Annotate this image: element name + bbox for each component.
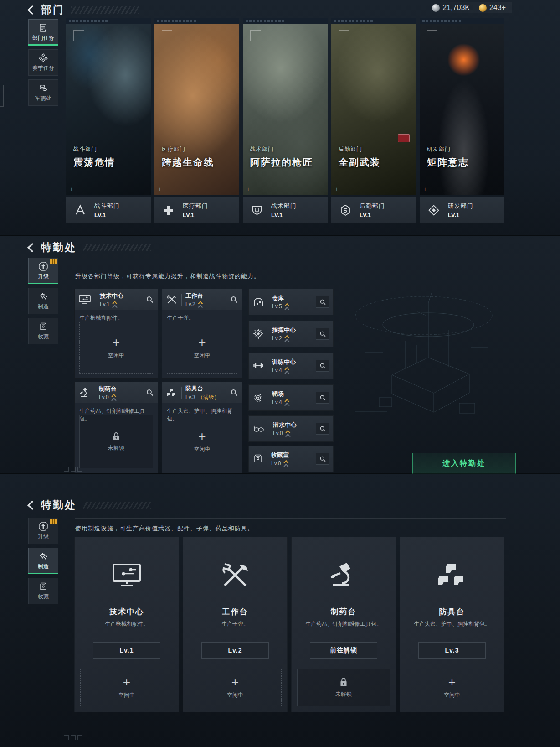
locked-slot[interactable]: 未解锁 bbox=[79, 415, 153, 468]
plus-icon: + bbox=[123, 676, 130, 689]
station-unlock-button[interactable]: 前往解锁 bbox=[310, 642, 377, 659]
slot-status: 空闲中 bbox=[444, 691, 460, 699]
sidebar-item-upgrade[interactable]: 升级 bbox=[28, 518, 58, 544]
production-slot[interactable]: + 空闲中 bbox=[80, 669, 173, 706]
gold-amount: 243+ bbox=[489, 4, 506, 12]
dept-card-tactical[interactable]: 战术部门 阿萨拉的枪匠 战术部门 LV.1 bbox=[243, 18, 328, 223]
sidebar-item-collection[interactable]: 收藏 bbox=[28, 318, 58, 344]
sidebar-item-label: 收藏 bbox=[38, 333, 49, 341]
dept-card-combat[interactable]: 战斗部门 震荡危情 战斗部门 LV.1 bbox=[66, 18, 151, 223]
command-center-icon bbox=[252, 328, 264, 339]
magnifier-icon[interactable] bbox=[230, 389, 238, 397]
background-fragment bbox=[0, 85, 4, 107]
facility-desc: 生产枪械和配件。 bbox=[75, 310, 158, 322]
facility-tile-tech-center[interactable]: 技术中心 Lv.1 生产枪械和配件。 + 空闲中 bbox=[74, 289, 158, 379]
building-row-collection-room[interactable]: 收藏室 Lv.0 bbox=[248, 446, 334, 472]
magnifier-button[interactable] bbox=[316, 453, 329, 465]
armor-bench-icon bbox=[166, 387, 178, 398]
craft-card-tech-center[interactable]: 技术中心 生产枪械和配件。 Lv.1 + 空闲中 bbox=[74, 537, 179, 712]
dept-level: LV.1 bbox=[271, 212, 297, 218]
production-slot[interactable]: + 空闲中 bbox=[167, 322, 237, 374]
craft-card-workbench[interactable]: 工作台 生产子弹。 Lv.2 + 空闲中 bbox=[183, 537, 288, 712]
magnifier-icon[interactable] bbox=[230, 296, 238, 304]
gear-icon bbox=[38, 551, 48, 561]
craft-card-pharmacy[interactable]: 制药台 生产药品、针剂和维修工具包。 前往解锁 未解锁 bbox=[291, 537, 396, 712]
facility-level: Lv.0 bbox=[99, 394, 109, 400]
production-slot[interactable]: + 空闲中 bbox=[167, 415, 237, 468]
back-icon[interactable] bbox=[26, 243, 35, 253]
rnd-dept-icon bbox=[424, 204, 443, 216]
sidebar-item-label: 赛季任务 bbox=[32, 64, 54, 72]
plus-icon: + bbox=[113, 336, 120, 349]
sidebar-item-quartermaster[interactable]: 军需处 bbox=[28, 79, 58, 106]
magnifier-button[interactable] bbox=[316, 328, 329, 340]
magnifier-button[interactable] bbox=[316, 296, 329, 308]
magnifier-button[interactable] bbox=[316, 360, 329, 372]
workbench-icon bbox=[183, 561, 287, 590]
slot-status: 空闲中 bbox=[227, 691, 243, 699]
sidebar-item-label: 收藏 bbox=[38, 593, 49, 601]
building-row-shooting-range[interactable]: 靶场 Lv.4 bbox=[248, 384, 334, 411]
slot-status: 空闲中 bbox=[194, 352, 211, 359]
locked-slot[interactable]: 未解锁 bbox=[297, 669, 390, 706]
station-level-button[interactable]: Lv.3 bbox=[418, 642, 486, 659]
building-row-warehouse[interactable]: 仓库 Lv.5 bbox=[248, 289, 334, 315]
gold-currency[interactable]: 243+ bbox=[479, 4, 506, 12]
sidebar-item-upgrade[interactable]: 升级 bbox=[28, 258, 58, 284]
back-icon[interactable] bbox=[26, 5, 35, 15]
production-slot[interactable]: + 空闲中 bbox=[406, 669, 498, 706]
slot-status: 未解锁 bbox=[108, 444, 124, 452]
dept-card-medical[interactable]: 医疗部门 跨越生命线 医疗部门 LV.1 bbox=[154, 18, 239, 223]
production-slot[interactable]: + 空闲中 bbox=[189, 669, 282, 706]
sidebar-item-collection[interactable]: 收藏 bbox=[28, 578, 58, 604]
building-row-command-center[interactable]: 指挥中心 Lv.2 bbox=[248, 321, 334, 347]
gear-icon bbox=[38, 291, 48, 301]
mission-title: 跨越生命线 bbox=[162, 156, 214, 169]
silver-coin-icon bbox=[432, 4, 440, 12]
facility-tile-pharmacy[interactable]: 制药台 Lv.0 生产药品、针剂和维修工具包。 未解锁 bbox=[74, 382, 158, 473]
sidebar-item-season-missions[interactable]: 赛季任务 bbox=[28, 49, 58, 76]
plus-icon: + bbox=[198, 336, 206, 349]
lock-icon bbox=[339, 677, 349, 688]
facility-level: Lv.1 bbox=[100, 301, 110, 307]
craft-card-armor[interactable]: 防具台 生产头盔、护甲、胸挂和背包。 Lv.3 + 空闲中 bbox=[400, 537, 504, 712]
alert-badge bbox=[50, 259, 57, 264]
building-row-training-center[interactable]: 训练中心 Lv.4 bbox=[248, 353, 334, 379]
alert-badge bbox=[50, 519, 57, 524]
enter-agency-button[interactable]: 进入特勤处 bbox=[412, 453, 516, 474]
upgrade-icon bbox=[38, 261, 48, 271]
sidebar-item-craft[interactable]: 制造 bbox=[28, 548, 58, 574]
magnifier-button[interactable] bbox=[316, 392, 329, 404]
station-level-button[interactable]: Lv.2 bbox=[201, 642, 269, 659]
dept-label: 研发部门 bbox=[427, 145, 469, 153]
armor-bench-icon bbox=[400, 561, 504, 590]
craft-description: 使用制造设施，可生产高价值武器、配件、子弹、药品和防具。 bbox=[75, 524, 254, 533]
building-row-diving-center[interactable]: 潜水中心 Lv.0 bbox=[248, 415, 334, 442]
sidebar-item-craft[interactable]: 制造 bbox=[28, 288, 58, 314]
production-slot[interactable]: + 空闲中 bbox=[79, 322, 153, 374]
magnifier-icon[interactable] bbox=[146, 296, 154, 304]
back-icon[interactable] bbox=[26, 500, 35, 510]
building-level: Lv.4 bbox=[272, 399, 282, 405]
sidebar-item-dept-missions[interactable]: 部门任务 bbox=[28, 19, 58, 46]
tactical-dept-icon bbox=[247, 204, 267, 216]
magnifier-button[interactable] bbox=[316, 423, 329, 435]
station-level-button[interactable]: Lv.1 bbox=[93, 642, 160, 659]
mission-title: 阿萨拉的枪匠 bbox=[250, 156, 313, 169]
clipboard-icon bbox=[38, 23, 48, 33]
station-desc: 生产枪械和配件。 bbox=[75, 620, 179, 628]
microscope-icon bbox=[292, 561, 396, 590]
building-level: Lv.2 bbox=[272, 335, 282, 342]
mission-title: 全副武装 bbox=[339, 156, 380, 169]
upgrade-description: 升级各部门等级，可获得专属能力提升，和制造战斗物资的能力。 bbox=[75, 272, 260, 280]
display-case-icon bbox=[38, 581, 48, 591]
dept-label: 医疗部门 bbox=[162, 145, 214, 153]
dept-card-logistics[interactable]: 后勤部门 全副武装 后勤部门 LV.1 bbox=[331, 18, 416, 223]
facility-tile-workbench[interactable]: 工作台 Lv.2 生产子弹。 + 空闲中 bbox=[162, 289, 242, 379]
enter-agency-label: 进入特勤处 bbox=[442, 459, 486, 468]
magnifier-icon[interactable] bbox=[146, 389, 154, 397]
mission-image: 后勤部门 全副武装 bbox=[331, 24, 416, 195]
dept-name: 战斗部门 bbox=[94, 202, 120, 210]
facility-tile-armor[interactable]: 防具台 Lv.3（满级） 生产头盔、护甲、胸挂和背包。 + 空闲中 bbox=[162, 382, 242, 473]
dept-card-rnd[interactable]: 研发部门 矩阵意志 研发部门 LV.1 bbox=[420, 18, 504, 223]
